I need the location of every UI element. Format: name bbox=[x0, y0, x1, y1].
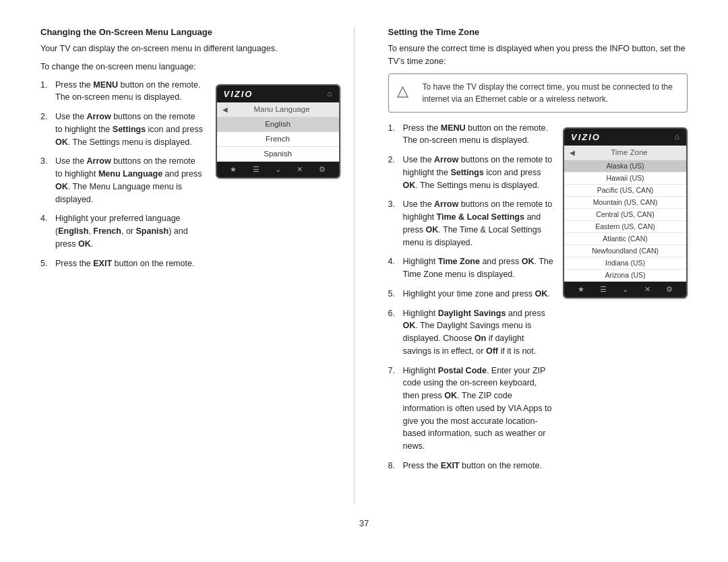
tv-header-left: VIZIO ⌂ bbox=[217, 86, 339, 102]
tv-menu-header-right: ◀ Time Zone bbox=[564, 146, 686, 160]
tv-footer-right: ★ ☰ ⌄ ✕ ⚙ bbox=[564, 282, 686, 297]
arrow-down-left: ⌄ bbox=[275, 165, 281, 174]
tv-menu-label-right: Time Zone bbox=[578, 148, 681, 156]
step-num-left-3: 3. bbox=[40, 155, 55, 206]
tv-menu-item-right-10: Arizona (US) bbox=[564, 270, 686, 282]
step-text-right-2: Use the Arrow buttons on the remote to h… bbox=[403, 154, 554, 191]
left-intro2: To change the on-screen menu language: bbox=[40, 61, 340, 73]
right-step-6: 6.Highlight Daylight Savings and press O… bbox=[388, 307, 554, 358]
tv-menu-left: ◀ Manu Language EnglishFrenchSpanish bbox=[217, 102, 339, 162]
right-column: Setting the Time Zone To ensure the corr… bbox=[382, 27, 688, 505]
step-text-left-3: Use the Arrow buttons on the remote to h… bbox=[55, 155, 205, 206]
step-num-right-2: 2. bbox=[388, 154, 403, 191]
step-text-left-4: Highlight your preferred language (Engli… bbox=[55, 212, 205, 250]
tv-item-label-left-2: French bbox=[222, 135, 334, 143]
right-intro: To ensure the correct time is displayed … bbox=[388, 42, 688, 68]
step-text-left-2: Use the Arrow buttons on the remote to h… bbox=[55, 111, 205, 148]
tv-menu-item-right-9: Indiana (US) bbox=[564, 257, 686, 270]
step-num-right-7: 7. bbox=[388, 365, 403, 453]
home-icon-right: ⌂ bbox=[675, 132, 679, 142]
left-step-1: 1.Press the MENU button on the remote. T… bbox=[40, 79, 205, 104]
vizio-logo-left: VIZIO bbox=[224, 89, 253, 99]
tv-screen-right: VIZIO ⌂ ◀ Time Zone Alaska (US)Hawaii (U… bbox=[563, 127, 688, 299]
step-num-left-1: 1. bbox=[40, 79, 55, 104]
tv-menu-item-right-8: Newfoundland (CAN) bbox=[564, 245, 686, 257]
right-steps-list: 1.Press the MENU button on the remote. T… bbox=[388, 122, 554, 479]
warning-text: To have the TV display the correct time,… bbox=[423, 81, 679, 105]
warning-box: △ To have the TV display the correct tim… bbox=[388, 73, 688, 113]
step-num-right-3: 3. bbox=[388, 198, 403, 249]
left-step-2: 2.Use the Arrow buttons on the remote to… bbox=[40, 111, 205, 148]
tv-menu-right: ◀ Time Zone Alaska (US)Hawaii (US)Pacifi… bbox=[564, 146, 686, 282]
right-section-title: Setting the Time Zone bbox=[388, 27, 688, 37]
tv-menu-item-right-1: Alaska (US) bbox=[564, 160, 686, 173]
left-step-5: 5.Press the EXIT button on the remote. bbox=[40, 257, 205, 270]
step-num-right-8: 8. bbox=[388, 460, 403, 472]
step-text-right-8: Press the EXIT button on the remote. bbox=[403, 460, 554, 472]
right-step-1: 1.Press the MENU button on the remote. T… bbox=[388, 122, 554, 148]
step-num-right-4: 4. bbox=[388, 255, 403, 281]
home-icon-left: ⌂ bbox=[327, 89, 332, 98]
star-icon-right: ★ bbox=[578, 285, 584, 294]
step-num-right-1: 1. bbox=[388, 122, 403, 148]
left-steps-list: 1.Press the MENU button on the remote. T… bbox=[40, 79, 205, 277]
page-number: 37 bbox=[40, 518, 688, 528]
menu-icon-left: ☰ bbox=[253, 165, 260, 174]
left-column: Changing the On-Screen Menu Language You… bbox=[40, 27, 355, 505]
tv-item-label-left-1: English bbox=[222, 120, 334, 128]
step-num-left-5: 5. bbox=[40, 257, 55, 270]
tv-item-label-left-3: Spanish bbox=[222, 150, 334, 158]
step-num-left-4: 4. bbox=[40, 212, 55, 250]
vizio-logo-right: VIZIO bbox=[571, 132, 601, 142]
step-text-right-3: Use the Arrow buttons on the remote to h… bbox=[403, 198, 554, 249]
x-icon-left: ✕ bbox=[297, 165, 303, 174]
step-num-left-2: 2. bbox=[40, 111, 55, 148]
tv-menu-item-right-3: Pacific (US, CAN) bbox=[564, 185, 686, 197]
arrow-down-right: ⌄ bbox=[622, 285, 628, 294]
right-step-8: 8.Press the EXIT button on the remote. bbox=[388, 460, 554, 472]
step-text-right-7: Highlight Postal Code. Enter your ZIP co… bbox=[403, 365, 554, 453]
menu-icon-right: ☰ bbox=[600, 285, 607, 294]
two-column-layout: Changing the On-Screen Menu Language You… bbox=[40, 27, 688, 505]
step-text-right-4: Highlight Time Zone and press OK. The Ti… bbox=[403, 255, 554, 281]
tv-screen-left: VIZIO ⌂ ◀ Manu Language EnglishFrenchSpa… bbox=[216, 84, 340, 179]
back-arrow-right: ◀ bbox=[570, 149, 575, 156]
x-icon-right: ✕ bbox=[644, 285, 650, 294]
right-step-5: 5.Highlight your time zone and press OK. bbox=[388, 288, 554, 301]
tv-header-right: VIZIO ⌂ bbox=[564, 129, 686, 146]
step-num-right-6: 6. bbox=[388, 307, 403, 358]
left-step-3: 3.Use the Arrow buttons on the remote to… bbox=[40, 155, 205, 206]
tv-footer-left: ★ ☰ ⌄ ✕ ⚙ bbox=[217, 162, 339, 177]
step-text-right-5: Highlight your time zone and press OK. bbox=[403, 288, 554, 301]
gear-icon-right: ⚙ bbox=[666, 285, 673, 294]
left-step-4: 4.Highlight your preferred language (Eng… bbox=[40, 212, 205, 250]
gear-icon-left: ⚙ bbox=[319, 165, 326, 174]
page: Changing the On-Screen Menu Language You… bbox=[0, 0, 728, 562]
right-step-7: 7.Highlight Postal Code. Enter your ZIP … bbox=[388, 365, 554, 453]
tv-menu-item-right-5: Central (US, CAN) bbox=[564, 209, 686, 221]
right-step-3: 3.Use the Arrow buttons on the remote to… bbox=[388, 198, 554, 249]
step-text-left-5: Press the EXIT button on the remote. bbox=[55, 257, 205, 270]
back-arrow-left: ◀ bbox=[222, 106, 228, 113]
step-text-right-1: Press the MENU button on the remote. The… bbox=[403, 122, 554, 148]
tv-menu-item-right-7: Atlantic (CAN) bbox=[564, 233, 686, 245]
right-step-2: 2.Use the Arrow buttons on the remote to… bbox=[388, 154, 554, 191]
warning-icon: △ bbox=[397, 81, 416, 105]
left-intro1: Your TV can display the on-screen menu i… bbox=[40, 42, 340, 55]
step-num-right-5: 5. bbox=[388, 288, 403, 301]
tv-menu-item-left-3: Spanish bbox=[217, 147, 339, 162]
tv-menu-item-left-2: French bbox=[217, 132, 339, 147]
tv-menu-header-left: ◀ Manu Language bbox=[217, 102, 339, 117]
tv-menu-label-left: Manu Language bbox=[231, 105, 334, 113]
star-icon-left: ★ bbox=[230, 165, 237, 174]
step-text-right-6: Highlight Daylight Savings and press OK.… bbox=[403, 307, 554, 358]
tv-menu-item-right-2: Hawaii (US) bbox=[564, 173, 686, 185]
step-text-left-1: Press the MENU button on the remote. The… bbox=[55, 79, 205, 104]
right-step-4: 4.Highlight Time Zone and press OK. The … bbox=[388, 255, 554, 281]
tv-menu-item-right-6: Eastern (US, CAN) bbox=[564, 221, 686, 233]
left-section-title: Changing the On-Screen Menu Language bbox=[40, 27, 340, 37]
tv-menu-item-right-4: Mountain (US, CAN) bbox=[564, 197, 686, 209]
tv-menu-item-left-1: English bbox=[217, 117, 339, 132]
